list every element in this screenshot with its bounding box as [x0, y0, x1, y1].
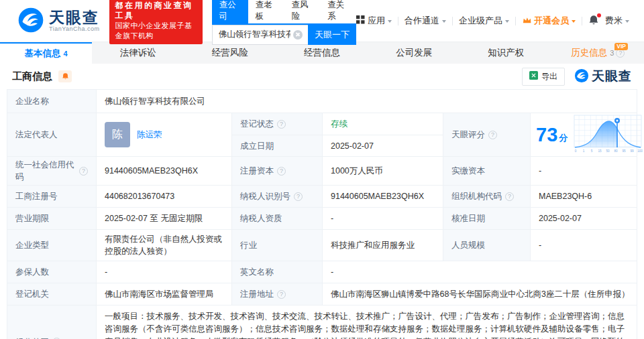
legal-rep-link[interactable]: 陈运荣 — [137, 129, 162, 141]
reg-address-value: 佛山市南海区狮山镇博爱中路68号长华国际商业中心北商3座二十层（住所申报） 附近… — [322, 283, 637, 305]
clear-search-icon[interactable] — [293, 30, 303, 40]
help-icon[interactable] — [505, 192, 514, 201]
svg-text:0: 0 — [575, 149, 577, 153]
org-code-value: MAEB23QH-6 — [530, 186, 637, 207]
staff-size-label: 人员规模 — [443, 230, 530, 261]
legal-rep-avatar[interactable]: 陈 — [105, 122, 130, 147]
reg-number-label: 工商注册号 — [7, 186, 96, 207]
taxpayer-qualification-value: - — [322, 208, 443, 229]
business-term-label: 营业期限 — [7, 208, 96, 229]
search-tabs: 查公司 查老板 查风险 查关系 — [212, 0, 356, 25]
table-row: 经营范围 一般项目：技术服务、技术开发、技术咨询、技术交流、技术转让、技术推广；… — [7, 305, 637, 339]
search-tab-risk[interactable]: 查风险 — [284, 0, 320, 23]
nav-enterprise-products[interactable]: 企业级产品 — [459, 15, 509, 27]
search-tab-boss[interactable]: 查老板 — [248, 0, 284, 23]
business-term-value: 2025-02-07 至 无固定期限 — [96, 208, 231, 229]
svg-text:99: 99 — [631, 149, 635, 153]
help-icon[interactable] — [277, 167, 286, 176]
nav-open-vip[interactable]: 开通会员 — [522, 15, 576, 27]
reg-authority-label: 登记机关 — [7, 283, 96, 305]
industry-value: 科技推广和应用服务业 — [322, 230, 443, 261]
svg-text:50: 50 — [606, 149, 610, 153]
nav-cooperation[interactable]: 合作通道 — [405, 15, 446, 27]
notifications-bell-icon[interactable] — [588, 15, 599, 27]
english-name-label: 英文名称 — [231, 261, 322, 283]
table-row: 企业类型 有限责任公司（非自然人投资或控股的法人独资） 行业 科技推广和应用服务… — [7, 229, 637, 261]
chevron-down-icon — [625, 20, 629, 23]
insured-count-value: - — [96, 261, 231, 283]
score-number: 73 — [536, 125, 557, 145]
tab-count: 3 — [610, 49, 614, 57]
section-header: 工商信息 导出 天眼查 — [0, 64, 644, 89]
paid-capital-label: 实缴资本 — [443, 157, 530, 185]
table-row: 统一社会信用代码 91440605MAEB23QH6X 注册资本 1000万人民… — [7, 156, 637, 185]
tab-count: 4 — [64, 50, 68, 58]
subscribe-bell-icon[interactable] — [58, 70, 72, 82]
table-row: 企业名称 佛山领行智享科技有限公司 — [7, 90, 637, 113]
vip-crown-icon — [522, 16, 531, 26]
reg-authority-value: 佛山市南海区市场监督管理局 — [96, 283, 231, 305]
company-type-value: 有限责任公司（非自然人投资或控股的法人独资） — [96, 230, 231, 261]
notification-dot — [597, 13, 601, 17]
nav-user-menu[interactable]: 费米 — [605, 15, 629, 27]
legal-rep-value: 陈 陈运荣 — [96, 113, 231, 156]
svg-text:5: 5 — [591, 149, 593, 153]
taxpayer-id-label: 纳税人识别号 — [231, 186, 322, 207]
score-label: 天眼评分 — [443, 113, 530, 156]
tab-legal-litigation[interactable]: 法律诉讼 — [92, 42, 184, 64]
chevron-down-icon — [442, 20, 446, 23]
tab-history-info[interactable]: VIP 历史信息 3 — [552, 42, 644, 64]
score-unit: 分 — [559, 132, 568, 144]
table-row: 参保人数 - 英文名称 - — [7, 261, 637, 283]
search-block: 查公司 查老板 查风险 查关系 天眼一下 — [212, 0, 356, 45]
table-row: 工商注册号 440682013670473 纳税人识别号 91440605MAE… — [7, 185, 637, 207]
tab-intellectual-property[interactable]: 知识产权 — [460, 42, 552, 64]
company-name-value: 佛山领行智享科技有限公司 — [96, 90, 637, 113]
credit-code-label: 统一社会信用代码 — [7, 157, 96, 185]
score-value: 73 分 — [530, 113, 644, 156]
apps-grid-icon — [356, 15, 365, 26]
search-tab-company[interactable]: 查公司 — [212, 0, 248, 23]
approval-date-value: 2025-02-07 — [530, 208, 637, 229]
tianyancha-logo[interactable]: 天眼查 TianYanCha.com — [17, 7, 100, 36]
export-button[interactable]: 导出 — [522, 68, 565, 86]
org-code-label: 组织机构代码 — [443, 186, 530, 207]
nav-apps[interactable]: 应用 — [356, 15, 392, 27]
help-icon[interactable] — [277, 120, 286, 129]
tianyancha-swirl-icon — [574, 68, 589, 85]
promo-banner: 都在用的商业查询工具 国家中小企业发展子基金旗下机构 — [109, 0, 203, 44]
taxpayer-id-value: 91440605MAEB23QH6X — [322, 186, 443, 207]
reg-status-label: 登记状态 — [231, 113, 322, 135]
svg-text:15: 15 — [598, 149, 602, 153]
table-row: 营业期限 2025-02-07 至 无固定期限 纳税人资质 - 核准日期 202… — [7, 207, 637, 229]
vip-badge: VIP — [614, 43, 628, 50]
svg-text:95: 95 — [623, 149, 627, 153]
help-icon[interactable] — [488, 131, 497, 139]
chevron-down-icon — [388, 20, 392, 23]
reg-number-value: 440682013670473 — [96, 186, 231, 207]
tab-operating-risk[interactable]: 经营风险 — [184, 42, 276, 64]
logo-domain: TianYanCha.com — [49, 25, 100, 32]
tab-basic-info[interactable]: 基本信息4 — [0, 42, 92, 64]
help-icon[interactable] — [277, 290, 286, 299]
section-title: 工商信息 — [12, 70, 52, 83]
reg-status-value: 存续 — [322, 113, 443, 135]
staff-size-value: - — [530, 230, 637, 261]
legal-rep-label: 法定代表人 — [7, 113, 96, 156]
top-header: 天眼查 TianYanCha.com 都在用的商业查询工具 国家中小企业发展子基… — [0, 0, 644, 42]
tab-operating-info[interactable]: 经营信息 — [276, 42, 368, 64]
tab-company-development[interactable]: 公司发展 — [368, 42, 460, 64]
chevron-down-icon — [572, 20, 576, 23]
main-tab-bar: 基本信息4 法律诉讼 经营风险 经营信息 公司发展 知识产权 VIP 历史信息 … — [0, 42, 644, 64]
table-row: 法定代表人 陈 陈运荣 登记状态 存续 天眼评分 73 分 — [7, 113, 637, 156]
company-name-label: 企业名称 — [7, 90, 96, 113]
reg-capital-value: 1000万人民币 — [322, 157, 443, 185]
search-button[interactable]: 天眼一下 — [308, 25, 356, 45]
business-scope-value: 一般项目：技术服务、技术开发、技术咨询、技术交流、技术转让、技术推广；广告设计、… — [96, 306, 637, 339]
help-icon[interactable] — [294, 192, 303, 201]
svg-text:100: 100 — [637, 149, 643, 153]
help-icon[interactable] — [79, 167, 88, 176]
english-name-value: - — [322, 261, 637, 283]
paid-capital-value: - — [530, 157, 637, 185]
search-tab-relation[interactable]: 查关系 — [320, 0, 356, 23]
